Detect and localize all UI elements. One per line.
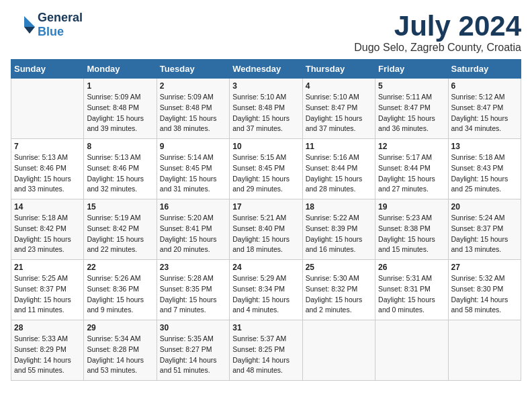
day-detail: Sunrise: 5:19 AM Sunset: 8:42 PM Dayligh…	[87, 213, 153, 255]
calendar-cell: 31Sunrise: 5:37 AM Sunset: 8:25 PM Dayli…	[230, 320, 302, 381]
calendar-cell: 4Sunrise: 5:10 AM Sunset: 8:47 PM Daylig…	[302, 79, 375, 139]
weekday-header-saturday: Saturday	[448, 60, 521, 79]
day-detail: Sunrise: 5:28 AM Sunset: 8:35 PM Dayligh…	[160, 273, 226, 316]
day-detail: Sunrise: 5:25 AM Sunset: 8:37 PM Dayligh…	[14, 273, 81, 316]
calendar-cell: 3Sunrise: 5:10 AM Sunset: 8:48 PM Daylig…	[230, 79, 302, 139]
day-detail: Sunrise: 5:15 AM Sunset: 8:45 PM Dayligh…	[232, 152, 299, 195]
calendar-cell: 28Sunrise: 5:33 AM Sunset: 8:29 PM Dayli…	[11, 320, 84, 381]
calendar-cell	[448, 320, 521, 381]
day-detail: Sunrise: 5:29 AM Sunset: 8:34 PM Dayligh…	[232, 273, 299, 316]
calendar-cell: 17Sunrise: 5:21 AM Sunset: 8:40 PM Dayli…	[230, 199, 302, 260]
day-detail: Sunrise: 5:23 AM Sunset: 8:38 PM Dayligh…	[378, 213, 445, 255]
day-number: 17	[232, 202, 299, 212]
calendar-cell: 22Sunrise: 5:26 AM Sunset: 8:36 PM Dayli…	[84, 260, 157, 320]
page-header: General Blue July 2024 Dugo Selo, Zagreb…	[11, 11, 521, 54]
day-number: 12	[378, 142, 445, 151]
location-subtitle: Dugo Selo, Zagreb County, Croatia	[354, 42, 521, 54]
day-number: 15	[87, 202, 153, 212]
calendar-cell	[375, 320, 448, 381]
day-number: 13	[451, 142, 518, 151]
day-detail: Sunrise: 5:10 AM Sunset: 8:48 PM Dayligh…	[232, 92, 299, 134]
day-number: 29	[87, 323, 153, 332]
day-detail: Sunrise: 5:09 AM Sunset: 8:48 PM Dayligh…	[87, 92, 153, 134]
day-number: 3	[232, 81, 299, 91]
calendar-cell: 5Sunrise: 5:11 AM Sunset: 8:47 PM Daylig…	[375, 79, 448, 139]
calendar-cell: 8Sunrise: 5:13 AM Sunset: 8:46 PM Daylig…	[84, 139, 157, 199]
day-detail: Sunrise: 5:17 AM Sunset: 8:44 PM Dayligh…	[378, 152, 445, 195]
calendar-cell: 7Sunrise: 5:13 AM Sunset: 8:46 PM Daylig…	[11, 139, 84, 199]
calendar-cell: 21Sunrise: 5:25 AM Sunset: 8:37 PM Dayli…	[11, 260, 84, 320]
day-number: 24	[232, 263, 299, 272]
day-detail: Sunrise: 5:21 AM Sunset: 8:40 PM Dayligh…	[232, 213, 299, 255]
calendar-cell: 23Sunrise: 5:28 AM Sunset: 8:35 PM Dayli…	[157, 260, 229, 320]
day-number: 31	[232, 323, 299, 332]
calendar-cell: 9Sunrise: 5:14 AM Sunset: 8:45 PM Daylig…	[157, 139, 229, 199]
day-detail: Sunrise: 5:18 AM Sunset: 8:43 PM Dayligh…	[451, 152, 518, 195]
calendar-week-row: 28Sunrise: 5:33 AM Sunset: 8:29 PM Dayli…	[11, 320, 521, 381]
day-detail: Sunrise: 5:26 AM Sunset: 8:36 PM Dayligh…	[87, 273, 153, 316]
day-number: 6	[451, 81, 518, 91]
weekday-header-tuesday: Tuesday	[157, 60, 229, 79]
calendar-cell: 13Sunrise: 5:18 AM Sunset: 8:43 PM Dayli…	[448, 139, 521, 199]
day-number: 4	[306, 81, 372, 91]
day-detail: Sunrise: 5:13 AM Sunset: 8:46 PM Dayligh…	[87, 152, 153, 195]
weekday-header-sunday: Sunday	[11, 60, 84, 79]
calendar-cell: 24Sunrise: 5:29 AM Sunset: 8:34 PM Dayli…	[230, 260, 302, 320]
calendar-cell	[11, 79, 84, 139]
day-number: 14	[14, 202, 81, 212]
calendar-cell: 20Sunrise: 5:24 AM Sunset: 8:37 PM Dayli…	[448, 199, 521, 260]
day-detail: Sunrise: 5:30 AM Sunset: 8:32 PM Dayligh…	[306, 273, 372, 316]
calendar-cell: 6Sunrise: 5:12 AM Sunset: 8:47 PM Daylig…	[448, 79, 521, 139]
svg-marker-1	[24, 27, 35, 34]
calendar-week-row: 14Sunrise: 5:18 AM Sunset: 8:42 PM Dayli…	[11, 199, 521, 260]
day-number: 2	[160, 81, 226, 91]
calendar-cell: 15Sunrise: 5:19 AM Sunset: 8:42 PM Dayli…	[84, 199, 157, 260]
calendar-cell: 1Sunrise: 5:09 AM Sunset: 8:48 PM Daylig…	[84, 79, 157, 139]
calendar-cell: 29Sunrise: 5:34 AM Sunset: 8:28 PM Dayli…	[84, 320, 157, 381]
svg-marker-0	[24, 16, 35, 27]
calendar-table: SundayMondayTuesdayWednesdayThursdayFrid…	[11, 59, 521, 381]
calendar-cell: 30Sunrise: 5:35 AM Sunset: 8:27 PM Dayli…	[157, 320, 229, 381]
day-number: 25	[306, 263, 372, 272]
logo-icon	[11, 15, 35, 35]
calendar-cell: 2Sunrise: 5:09 AM Sunset: 8:48 PM Daylig…	[157, 79, 229, 139]
calendar-cell: 19Sunrise: 5:23 AM Sunset: 8:38 PM Dayli…	[375, 199, 448, 260]
logo-general-text: General	[38, 11, 83, 24]
title-area: July 2024 Dugo Selo, Zagreb County, Croa…	[354, 11, 521, 54]
weekday-header-row: SundayMondayTuesdayWednesdayThursdayFrid…	[11, 60, 521, 79]
day-number: 10	[232, 142, 299, 151]
day-detail: Sunrise: 5:18 AM Sunset: 8:42 PM Dayligh…	[14, 213, 81, 255]
calendar-cell: 18Sunrise: 5:22 AM Sunset: 8:39 PM Dayli…	[302, 199, 375, 260]
day-detail: Sunrise: 5:13 AM Sunset: 8:46 PM Dayligh…	[14, 152, 81, 195]
day-number: 22	[87, 263, 153, 272]
day-number: 8	[87, 142, 153, 151]
calendar-cell: 12Sunrise: 5:17 AM Sunset: 8:44 PM Dayli…	[375, 139, 448, 199]
day-detail: Sunrise: 5:22 AM Sunset: 8:39 PM Dayligh…	[306, 213, 372, 255]
day-detail: Sunrise: 5:11 AM Sunset: 8:47 PM Dayligh…	[378, 92, 445, 134]
day-number: 9	[160, 142, 226, 151]
day-number: 23	[160, 263, 226, 272]
day-number: 16	[160, 202, 226, 212]
day-detail: Sunrise: 5:09 AM Sunset: 8:48 PM Dayligh…	[160, 92, 226, 134]
day-number: 27	[451, 263, 518, 272]
day-detail: Sunrise: 5:14 AM Sunset: 8:45 PM Dayligh…	[160, 152, 226, 195]
day-number: 26	[378, 263, 445, 272]
calendar-week-row: 1Sunrise: 5:09 AM Sunset: 8:48 PM Daylig…	[11, 79, 521, 139]
calendar-cell: 27Sunrise: 5:32 AM Sunset: 8:30 PM Dayli…	[448, 260, 521, 320]
day-number: 18	[306, 202, 372, 212]
calendar-week-row: 7Sunrise: 5:13 AM Sunset: 8:46 PM Daylig…	[11, 139, 521, 199]
day-detail: Sunrise: 5:12 AM Sunset: 8:47 PM Dayligh…	[451, 92, 518, 134]
calendar-cell	[302, 320, 375, 381]
day-detail: Sunrise: 5:24 AM Sunset: 8:37 PM Dayligh…	[451, 213, 518, 255]
day-number: 5	[378, 81, 445, 91]
logo: General Blue	[11, 11, 83, 39]
day-number: 11	[306, 142, 372, 151]
calendar-cell: 25Sunrise: 5:30 AM Sunset: 8:32 PM Dayli…	[302, 260, 375, 320]
day-detail: Sunrise: 5:20 AM Sunset: 8:41 PM Dayligh…	[160, 213, 226, 255]
calendar-cell: 11Sunrise: 5:16 AM Sunset: 8:44 PM Dayli…	[302, 139, 375, 199]
day-number: 20	[451, 202, 518, 212]
day-detail: Sunrise: 5:31 AM Sunset: 8:31 PM Dayligh…	[378, 273, 445, 316]
day-detail: Sunrise: 5:37 AM Sunset: 8:25 PM Dayligh…	[232, 334, 299, 376]
day-detail: Sunrise: 5:35 AM Sunset: 8:27 PM Dayligh…	[160, 334, 226, 376]
day-detail: Sunrise: 5:32 AM Sunset: 8:30 PM Dayligh…	[451, 273, 518, 316]
